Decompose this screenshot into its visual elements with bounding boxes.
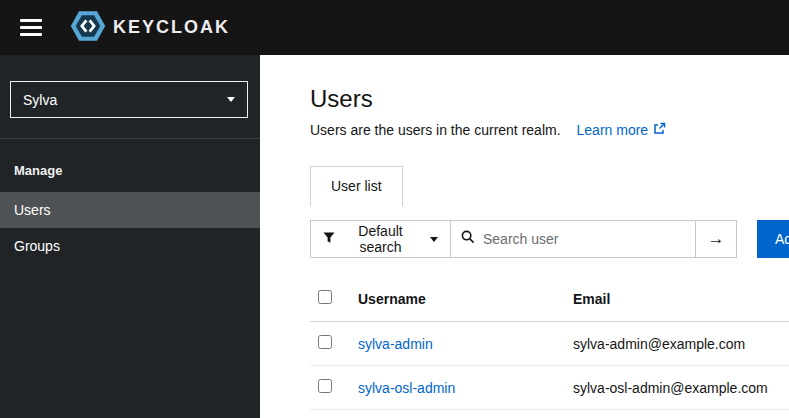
sidebar-item-groups[interactable]: Groups: [0, 228, 260, 264]
row-checkbox-cell: [310, 366, 350, 410]
chevron-down-icon: [227, 97, 235, 102]
external-link-icon: [653, 122, 666, 138]
page-description-row: Users are the users in the current realm…: [310, 122, 789, 138]
username-link[interactable]: sylva-admin: [358, 336, 433, 352]
username-cell: sylva-admin: [350, 322, 565, 366]
sidebar-nav: Manage Users Groups: [0, 139, 260, 264]
select-all-checkbox[interactable]: [318, 290, 332, 304]
filter-label: Default search: [344, 223, 417, 255]
select-all-cell: [310, 276, 350, 322]
username-link[interactable]: sylva-osl-admin: [358, 380, 455, 396]
learn-more-label: Learn more: [577, 122, 649, 138]
keycloak-logo-icon: [70, 10, 106, 46]
brand-text: KEYCLOAK: [113, 17, 230, 38]
masthead: KEYCLOAK: [0, 0, 789, 55]
select-row-checkbox[interactable]: [318, 335, 332, 349]
sidebar-item-users[interactable]: Users: [0, 192, 260, 228]
sidebar-item-label: Groups: [14, 238, 60, 254]
realm-name: Sylva: [23, 92, 57, 108]
users-table: Username Email sylva-admin sylva-admin@e…: [310, 276, 789, 410]
column-header-email: Email: [565, 276, 789, 322]
main-layout: Sylva Manage Users Groups Users: [0, 55, 789, 418]
column-header-username: Username: [350, 276, 565, 322]
toolbar: Default search →: [310, 220, 789, 258]
table-header-row: Username Email: [310, 276, 789, 322]
arrow-right-icon: →: [708, 229, 725, 248]
row-checkbox-cell: [310, 322, 350, 366]
main-content: Users Users are the users in the current…: [260, 55, 789, 418]
search-box: [451, 221, 695, 257]
search-input[interactable]: [483, 231, 685, 247]
nav-group-title: Manage: [0, 139, 260, 192]
table-row: sylva-osl-admin sylva-osl-admin@example.…: [310, 366, 789, 410]
search-group: Default search: [310, 220, 696, 258]
brand-logo[interactable]: KEYCLOAK: [70, 10, 230, 46]
username-cell: sylva-osl-admin: [350, 366, 565, 410]
email-cell: sylva-osl-admin@example.com: [565, 366, 789, 410]
hamburger-icon: [20, 19, 42, 36]
filter-icon: [323, 231, 335, 247]
page-description: Users are the users in the current realm…: [310, 122, 561, 138]
tab-user-list[interactable]: User list: [310, 166, 403, 206]
add-user-button[interactable]: Add user: [757, 220, 789, 258]
search-submit-button[interactable]: →: [695, 220, 737, 258]
learn-more-link[interactable]: Learn more: [577, 122, 667, 138]
realm-selector-block: Sylva: [0, 55, 260, 139]
email-cell: sylva-admin@example.com: [565, 322, 789, 366]
sidebar: Sylva Manage Users Groups: [0, 55, 260, 418]
realm-selector[interactable]: Sylva: [10, 81, 248, 118]
tab-label: User list: [331, 178, 382, 194]
filter-dropdown[interactable]: Default search: [311, 221, 451, 257]
sidebar-item-label: Users: [14, 202, 51, 218]
keycloak-admin-console: KEYCLOAK Sylva Manage Users Groups: [0, 0, 789, 418]
nav-toggle-button[interactable]: [16, 11, 46, 44]
page-title: Users: [310, 85, 789, 113]
select-row-checkbox[interactable]: [318, 379, 332, 393]
caret-down-icon: [430, 237, 438, 242]
search-icon: [461, 230, 475, 248]
tabs: User list: [310, 166, 789, 206]
table-row: sylva-admin sylva-admin@example.com: [310, 322, 789, 366]
nav-list: Users Groups: [0, 192, 260, 264]
